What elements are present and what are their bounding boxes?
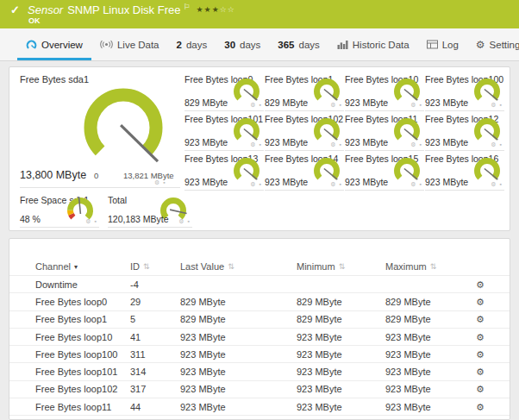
gauge-gear-icon[interactable]: ⚙	[410, 102, 416, 108]
column-header-minimum[interactable]: Minimum⇅	[297, 261, 385, 272]
gauge-gear-icon[interactable]: ⚙	[491, 141, 497, 147]
gauge-gear-icon[interactable]: ⚙	[410, 141, 416, 147]
star-rating[interactable]: ★★★☆☆	[197, 5, 235, 14]
channel-settings-gear-icon[interactable]: ⚙	[476, 279, 485, 290]
gauge-pin-icon[interactable]: ▪	[500, 102, 503, 108]
channel-settings-gear-icon[interactable]: ⚙	[476, 402, 485, 412]
gauge-pin-icon[interactable]: ▪	[420, 102, 422, 108]
gauge-gear-icon[interactable]: ⚙	[491, 181, 497, 187]
star-filled-icon[interactable]: ★	[197, 5, 204, 14]
mini-gauge-action-icons[interactable]: ⚙ ▪	[250, 102, 262, 109]
summary-gauge-value: 120,183 MByte	[108, 214, 169, 224]
gauge-pin-icon[interactable]: ▪	[95, 218, 97, 224]
main-gauge-value: 13,800 MByte	[20, 169, 86, 181]
mini-gauge-cell[interactable]: Free Bytes loop102923 MByte⚙ ▪	[265, 112, 344, 151]
table-row-free-bytes-loop11[interactable]: Free Bytes loop1144923 MByte923 MByte923…	[9, 398, 510, 415]
mini-gauge-cell[interactable]: Free Bytes loop11923 MByte⚙ ▪	[345, 112, 424, 151]
tab-log[interactable]: Log	[418, 28, 467, 60]
star-empty-icon[interactable]: ☆	[228, 5, 235, 14]
tab-settings[interactable]: ⚙Settings	[467, 28, 519, 60]
mini-gauge-action-icons[interactable]: ⚙ ▪	[330, 181, 342, 188]
tab-overview[interactable]: Overview	[17, 28, 91, 60]
gauge-gear-icon[interactable]: ⚙	[250, 181, 256, 187]
table-row-free-bytes-loop102[interactable]: Free Bytes loop102317923 MByte923 MByte9…	[9, 380, 510, 398]
mini-gauge-cell[interactable]: Free Bytes loop15923 MByte⚙ ▪	[345, 152, 424, 191]
mini-gauge-action-icons[interactable]: ⚙ ▪	[410, 141, 422, 148]
table-row-free-bytes-loop101[interactable]: Free Bytes loop101314923 MByte923 MByte9…	[9, 362, 510, 379]
table-row-free-bytes-loop10[interactable]: Free Bytes loop1041923 MByte923 MByte923…	[9, 328, 510, 345]
gauge-pin-icon[interactable]: ▪	[260, 181, 262, 187]
table-row-free-bytes-loop0[interactable]: Free Bytes loop029829 MByte829 MByte829 …	[9, 292, 510, 310]
table-row-downtime[interactable]: Downtime-4⚙	[9, 275, 510, 292]
gauge-pin-icon[interactable]: ▪	[500, 141, 503, 147]
channel-settings-gear-icon[interactable]: ⚙	[476, 367, 485, 377]
summary-gauge-action-icons[interactable]: ⚙ ▪	[178, 218, 191, 225]
summary-gauge-action-icons[interactable]: ⚙ ▪	[85, 218, 97, 225]
summary-gauge-cell[interactable]: Free Space sda148 %⚙ ▪	[20, 193, 99, 228]
star-empty-icon[interactable]: ☆	[220, 5, 228, 14]
gauge-gear-icon[interactable]: ⚙	[330, 102, 336, 108]
sort-both-icon: ⇅	[339, 262, 346, 271]
mini-gauge-cell[interactable]: Free Bytes loop13923 MByte⚙ ▪	[184, 152, 264, 191]
gauge-gear-icon[interactable]: ⚙	[330, 141, 336, 147]
tab-live-data[interactable]: Live Data	[91, 28, 168, 60]
gauge-pin-icon[interactable]: ▪	[188, 218, 191, 224]
gauge-gear-icon[interactable]: ⚙	[85, 218, 91, 224]
table-row-free-bytes-loop12[interactable]: Free Bytes loop1247923 MByte923 MByte923…	[9, 415, 510, 420]
tab-2-days[interactable]: 2days	[168, 28, 216, 60]
gauge-gear-icon[interactable]: ⚙	[250, 102, 256, 108]
channel-settings-gear-icon[interactable]: ⚙	[476, 384, 485, 394]
flag-icon[interactable]: ⚐	[183, 3, 190, 11]
gauge-pin-icon[interactable]: ▪	[260, 102, 262, 108]
mini-gauge-cell[interactable]: Free Bytes loop100923 MByte⚙ ▪	[425, 72, 504, 111]
channel-settings-gear-icon[interactable]: ⚙	[476, 314, 485, 324]
gauge-pin-icon[interactable]: ▪	[420, 181, 422, 187]
gauge-pin-icon[interactable]: ▪	[260, 141, 262, 147]
mini-gauge-cell[interactable]: Free Bytes loop101923 MByte⚙ ▪	[184, 112, 264, 151]
gauge-gear-icon[interactable]: ⚙	[410, 181, 416, 187]
channel-settings-gear-icon[interactable]: ⚙	[476, 332, 485, 342]
mini-gauge-action-icons[interactable]: ⚙ ▪	[491, 141, 503, 148]
tab-365-days[interactable]: 365days	[269, 28, 328, 60]
mini-gauge-action-icons[interactable]: ⚙ ▪	[330, 141, 342, 148]
main-gauge-action-icons[interactable]: ⚙ ▪	[154, 179, 166, 186]
gauge-pin-icon[interactable]: ▪	[340, 141, 342, 147]
mini-gauge-action-icons[interactable]: ⚙ ▪	[250, 181, 262, 188]
gauge-gear-icon[interactable]: ⚙	[178, 218, 184, 224]
mini-gauge-action-icons[interactable]: ⚙ ▪	[330, 102, 342, 109]
gauge-pin-icon[interactable]: ▪	[420, 141, 422, 147]
gauge-pin-icon[interactable]: ▪	[340, 181, 342, 187]
mini-gauge-cell[interactable]: Free Bytes loop14923 MByte⚙ ▪	[265, 152, 344, 191]
mini-gauge-cell[interactable]: Free Bytes loop16923 MByte⚙ ▪	[425, 152, 504, 191]
summary-gauge-cell[interactable]: Total120,183 MByte⚙ ▪	[108, 193, 192, 228]
channel-settings-gear-icon[interactable]: ⚙	[476, 349, 485, 360]
gauge-gear-icon[interactable]: ⚙	[154, 179, 160, 185]
gauge-gear-icon[interactable]: ⚙	[250, 141, 256, 147]
gauge-pin-icon[interactable]: ▪	[340, 102, 342, 108]
column-header-id[interactable]: ID⇅	[130, 261, 180, 272]
mini-gauge-action-icons[interactable]: ⚙ ▪	[491, 181, 503, 188]
mini-gauge-action-icons[interactable]: ⚙ ▪	[250, 141, 262, 148]
gauge-pin-icon[interactable]: ▪	[163, 179, 166, 185]
gauge-pin-icon[interactable]: ▪	[500, 181, 503, 187]
mini-gauge-cell[interactable]: Free Bytes loop1829 MByte⚙ ▪	[265, 72, 344, 111]
mini-gauge-cell[interactable]: Free Bytes loop12923 MByte⚙ ▪	[425, 112, 504, 151]
column-header-channel[interactable]: Channel▾	[35, 261, 130, 272]
column-header-maximum[interactable]: Maximum⇅	[385, 261, 476, 272]
tab-historic-data[interactable]: Historic Data	[328, 28, 418, 60]
channel-settings-gear-icon[interactable]: ⚙	[476, 297, 485, 307]
mini-gauge-cell[interactable]: Free Bytes loop0829 MByte⚙ ▪	[184, 72, 264, 111]
mini-gauge-cell[interactable]: Free Bytes loop10923 MByte⚙ ▪	[345, 72, 424, 111]
cell-min: 923 MByte	[297, 402, 385, 412]
table-row-free-bytes-loop100[interactable]: Free Bytes loop100311923 MByte923 MByte9…	[9, 345, 510, 362]
mini-gauge-action-icons[interactable]: ⚙ ▪	[491, 102, 503, 109]
tab-30-days[interactable]: 30days	[216, 28, 269, 60]
table-row-free-bytes-loop1[interactable]: Free Bytes loop15829 MByte829 MByte829 M…	[9, 310, 510, 328]
mini-gauge-action-icons[interactable]: ⚙ ▪	[410, 102, 422, 109]
column-header-last-value[interactable]: Last Value⇅	[180, 261, 297, 272]
star-filled-icon[interactable]: ★	[204, 5, 212, 14]
gauge-gear-icon[interactable]: ⚙	[330, 181, 336, 187]
mini-gauge-action-icons[interactable]: ⚙ ▪	[410, 181, 422, 188]
star-filled-icon[interactable]: ★	[212, 5, 220, 14]
gauge-gear-icon[interactable]: ⚙	[491, 102, 497, 108]
